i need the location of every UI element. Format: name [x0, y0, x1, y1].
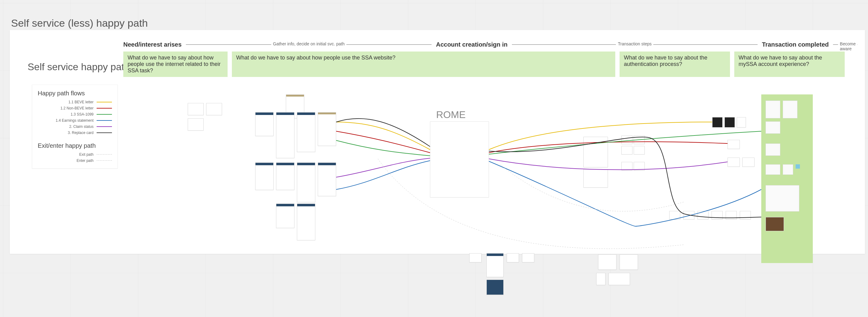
screen-thumb-dark[interactable]	[724, 117, 735, 128]
screen-thumb[interactable]	[621, 146, 632, 155]
screen-thumb[interactable]	[255, 112, 274, 136]
legend-row: 1.3 SSA-1099	[38, 112, 112, 117]
screen-thumb[interactable]	[188, 103, 204, 115]
legend-row: 1.2 Non-BEVE letter	[38, 106, 112, 110]
screen-thumb[interactable]	[297, 203, 315, 240]
screen-thumb[interactable]	[276, 112, 294, 158]
screen-thumb[interactable]	[742, 158, 754, 167]
result-chip[interactable]	[783, 100, 798, 118]
screen-thumb[interactable]	[276, 203, 294, 228]
screen-thumb[interactable]	[188, 118, 204, 131]
phase-need: Need/interest arises	[123, 41, 182, 48]
legend-swatch	[97, 114, 112, 115]
screen-thumb[interactable]	[698, 211, 709, 220]
screen-thumb[interactable]	[206, 103, 222, 115]
screen-thumb[interactable]	[726, 211, 737, 220]
legend-swatch-dashed	[97, 160, 112, 161]
note-auth[interactable]: What do we have to say about the authent…	[620, 52, 730, 77]
screen-thumb[interactable]	[583, 137, 608, 167]
phase-connector: Transaction steps	[512, 44, 757, 45]
result-chip-photo[interactable]	[766, 217, 784, 231]
legend-swatch	[97, 132, 112, 133]
legend-heading-exit: Exit/enter happy path	[38, 142, 112, 149]
screen-thumb[interactable]	[621, 162, 632, 170]
screen-thumb-dark[interactable]	[487, 280, 504, 295]
screen-thumb[interactable]	[583, 169, 608, 188]
legend-swatch	[97, 126, 112, 127]
phase-sublabel-gather: Gather info, decide on initial svc. path	[271, 41, 346, 46]
note-website[interactable]: What do we have to say about how people …	[232, 52, 615, 77]
screen-thumb[interactable]	[737, 117, 746, 128]
screen-thumb[interactable]	[634, 162, 645, 170]
board-title-outer: Self service (less) happy path	[11, 17, 148, 29]
legend-row: 1.4 Earnings statement	[38, 118, 112, 123]
result-panel[interactable]	[761, 94, 813, 263]
result-chip[interactable]	[766, 121, 780, 134]
screen-thumb[interactable]	[318, 112, 336, 146]
screen-thumb[interactable]	[634, 135, 645, 144]
phase-connector: Gather info, decide on initial svc. path	[186, 44, 432, 45]
screen-thumb[interactable]	[255, 162, 274, 190]
note-myssa[interactable]: What do we have to say about the mySSA a…	[734, 52, 845, 77]
screen-thumb[interactable]	[609, 273, 630, 285]
screen-thumb[interactable]	[522, 253, 534, 262]
screen-thumb[interactable]	[598, 254, 617, 270]
phase-header: Need/interest arises Gather info, decide…	[123, 41, 862, 48]
screen-thumb[interactable]	[621, 135, 632, 144]
screen-thumb[interactable]	[297, 162, 315, 202]
screen-thumb[interactable]	[727, 140, 740, 149]
screen-thumb[interactable]	[507, 253, 519, 262]
board-title-inner: Self service happy path	[28, 61, 130, 73]
legend-heading-flows: Happy path flows	[38, 90, 112, 97]
screen-thumb[interactable]	[487, 253, 504, 277]
screen-thumb[interactable]	[469, 253, 482, 262]
legend-row: Enter path	[38, 158, 112, 163]
legend-swatch	[97, 102, 112, 102]
legend-swatch	[97, 120, 112, 121]
screen-thumb-dark[interactable]	[712, 117, 723, 128]
screen-thumb[interactable]	[712, 211, 723, 220]
screen-thumb[interactable]	[297, 112, 315, 152]
rome-card[interactable]	[430, 121, 489, 197]
phase-account: Account creation/sign in	[436, 41, 507, 48]
screen-thumb[interactable]	[669, 211, 680, 220]
result-chip[interactable]	[783, 164, 793, 175]
legend-row: 1.1 BEVE letter	[38, 100, 112, 104]
legend-swatch	[97, 108, 112, 108]
legend-row: 3. Replace card	[38, 131, 112, 135]
screen-thumb[interactable]	[620, 254, 638, 270]
screen-thumb[interactable]	[727, 158, 740, 167]
screen-thumb[interactable]	[318, 162, 336, 196]
screen-thumb[interactable]	[740, 211, 751, 220]
result-chip[interactable]	[766, 185, 799, 212]
legend-swatch-dashed	[97, 154, 112, 155]
screen-thumb[interactable]	[596, 273, 606, 285]
phase-completed: Transaction completed	[762, 41, 829, 48]
result-chip[interactable]	[766, 164, 780, 175]
screen-thumb[interactable]	[634, 146, 645, 155]
notes-row: What do we have to say about how people …	[123, 52, 862, 77]
rome-label: ROME	[436, 109, 466, 121]
result-chip-blue[interactable]	[796, 164, 800, 169]
phase-connector: Become aware of	[833, 44, 858, 45]
legend-row: Exit path	[38, 152, 112, 157]
note-internet[interactable]: What do we have to say about how people …	[123, 52, 227, 77]
phase-sublabel-transaction: Transaction steps	[616, 41, 653, 46]
result-chip[interactable]	[766, 100, 780, 118]
result-chip[interactable]	[766, 144, 780, 156]
screen-thumb[interactable]	[683, 211, 694, 220]
board-frame[interactable]: Self service happy path Need/interest ar…	[10, 30, 865, 254]
screen-thumb[interactable]	[276, 162, 294, 190]
legend-card[interactable]: Happy path flows 1.1 BEVE letter 1.2 Non…	[32, 85, 118, 169]
legend-row: 2. Claim status	[38, 124, 112, 129]
